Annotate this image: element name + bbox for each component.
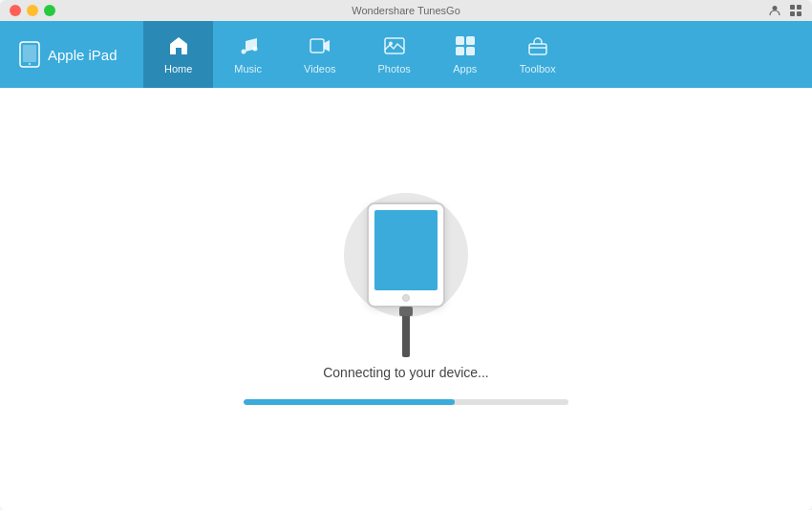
grid-icon[interactable] [789,4,802,17]
photos-icon [384,35,405,59]
navbar: Apple iPad Home Music [0,21,812,88]
tab-photos[interactable]: Photos [357,21,432,88]
svg-rect-13 [456,36,464,45]
svg-rect-10 [310,39,324,53]
title-bar-actions [768,4,802,17]
svg-rect-2 [797,5,801,10]
tab-home[interactable]: Home [143,21,213,88]
svg-rect-4 [797,11,801,16]
tab-photos-label: Photos [378,63,411,74]
window-title: Wondershare TunesGo [352,5,460,16]
svg-rect-1 [790,5,795,10]
device-label: Apple iPad [0,41,143,68]
svg-point-7 [29,63,31,65]
ipad-icon [19,41,40,68]
svg-rect-16 [466,47,475,55]
tab-toolbox[interactable]: Toolbox [499,21,577,88]
svg-rect-6 [23,45,36,62]
tab-music[interactable]: Music [213,21,283,88]
nav-tabs: Home Music Videos [143,21,812,88]
tab-toolbox-label: Toolbox [520,63,556,74]
close-button[interactable] [10,5,21,16]
minimize-button[interactable] [27,5,38,16]
tab-videos-label: Videos [304,63,335,74]
svg-point-9 [252,46,257,51]
tab-apps-label: Apps [453,63,477,74]
user-icon[interactable] [768,4,781,17]
music-icon [238,35,259,59]
svg-point-8 [241,49,246,53]
status-text: Connecting to your device... [323,365,489,380]
ipad-body [367,202,445,308]
home-icon [168,35,189,59]
tab-apps[interactable]: Apps [432,21,499,88]
maximize-button[interactable] [44,5,55,16]
device-name: Apple iPad [48,47,118,63]
svg-point-0 [773,6,778,11]
svg-rect-17 [529,44,546,54]
cable [402,314,410,357]
progress-container [244,399,568,405]
main-content: Connecting to your device... [0,88,812,510]
traffic-lights [10,5,55,16]
svg-rect-14 [466,36,475,45]
tab-home-label: Home [164,63,192,74]
progress-bar [244,399,455,405]
ipad-screen [374,210,438,290]
device-circle [344,193,468,317]
tab-videos[interactable]: Videos [283,21,356,88]
svg-rect-15 [456,47,464,55]
title-bar: Wondershare TunesGo [0,0,812,21]
device-illustration [339,193,473,346]
ipad-home-btn [402,294,410,302]
videos-icon [310,35,331,59]
svg-rect-3 [790,11,795,16]
tab-music-label: Music [234,63,262,74]
apps-icon [455,35,476,59]
toolbox-icon [527,35,548,59]
